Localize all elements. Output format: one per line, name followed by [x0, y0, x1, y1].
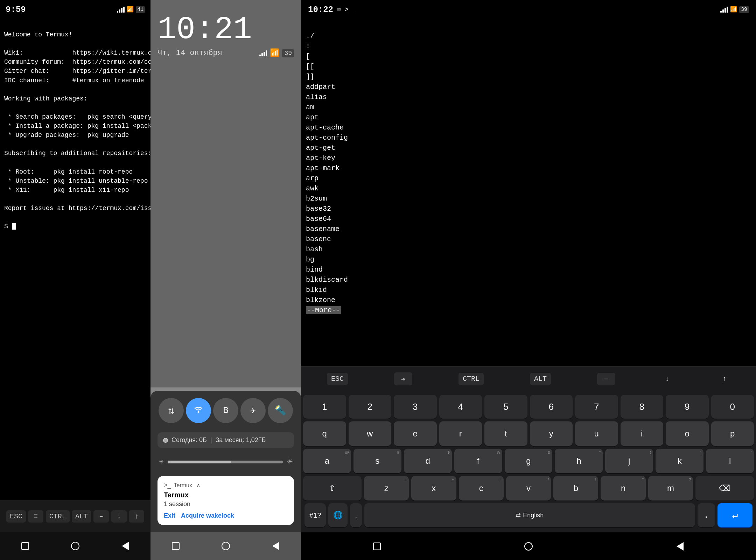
right-nav-square[interactable] — [368, 538, 386, 555]
toggle-wifi[interactable] — [186, 398, 211, 423]
key-language[interactable]: ⇄ English — [364, 503, 695, 527]
nav-back-btn[interactable] — [117, 537, 134, 555]
extra-up[interactable]: ↑ — [719, 373, 730, 384]
key-ctrl[interactable]: CTRL — [46, 510, 70, 523]
language-label: English — [523, 512, 544, 519]
toggle-airplane[interactable]: ✈ — [240, 398, 266, 423]
key-r[interactable]: r — [439, 421, 482, 446]
key-g[interactable]: g& — [505, 449, 553, 473]
toggle-bluetooth[interactable]: B — [213, 398, 238, 423]
key-s[interactable]: s# — [354, 449, 401, 473]
key-dash[interactable]: – — [93, 510, 109, 523]
extra-dash[interactable]: – — [597, 373, 615, 385]
svg-point-0 — [198, 411, 200, 413]
key-u[interactable]: u — [575, 421, 618, 446]
extra-esc[interactable]: ESC — [327, 373, 348, 385]
extra-ctrl[interactable]: CTRL — [458, 373, 484, 385]
right-nav-home[interactable] — [520, 538, 537, 555]
right-nav-back[interactable] — [671, 538, 689, 555]
notif-header: >_ Termux ∧ — [164, 482, 288, 489]
right-nav-bar — [301, 532, 756, 560]
key-tab[interactable]: ≡ — [28, 510, 43, 523]
key-6[interactable]: 6 — [530, 395, 573, 419]
key-j[interactable]: j( — [605, 449, 653, 473]
key-c[interactable]: c= — [459, 476, 504, 500]
key-2[interactable]: 2 — [349, 395, 392, 419]
extra-tab[interactable]: ⇥ — [394, 372, 412, 385]
key-q[interactable]: q — [303, 421, 346, 446]
key-z[interactable]: z- — [364, 476, 409, 500]
key-5[interactable]: 5 — [484, 395, 527, 419]
termux-extra-keys: ESC ⇥ CTRL ALT – ↓ ↑ — [301, 366, 756, 391]
key-8[interactable]: 8 — [621, 395, 664, 419]
wifi-icon: 📶 — [127, 6, 134, 13]
brightness-track[interactable] — [168, 461, 283, 463]
key-x[interactable]: x+ — [411, 476, 456, 500]
key-numbers[interactable]: #1? — [304, 503, 326, 527]
key-4[interactable]: 4 — [439, 395, 482, 419]
left-time: 9:59 — [6, 5, 26, 14]
right-terminal-content[interactable]: ./ : [ [[ ]] addpart alias am apt apt-ca… — [301, 18, 756, 366]
notif-title: Termux — [164, 491, 288, 499]
date-text: Чт, 14 октября — [158, 49, 222, 57]
notif-wakelock-btn[interactable]: Acquire wakelock — [181, 512, 234, 519]
key-w[interactable]: w — [349, 421, 392, 446]
middle-nav-back[interactable] — [267, 537, 285, 555]
key-f[interactable]: f% — [454, 449, 502, 473]
right-prompt-icon: >_ — [344, 6, 353, 14]
key-1[interactable]: 1 — [303, 395, 346, 419]
key-a[interactable]: a@ — [303, 449, 351, 473]
battery-icon: 41 — [136, 6, 145, 13]
key-y[interactable]: y — [530, 421, 573, 446]
brightness-slider[interactable]: ☀ ☀ — [158, 454, 294, 470]
key-0[interactable]: 0 — [711, 395, 754, 419]
keyboard-number-row: 1 2 3 4 5 6 7 8 9 0 — [303, 395, 754, 419]
bluetooth-icon: B — [223, 405, 229, 416]
key-k[interactable]: k) — [656, 449, 704, 473]
keyboard-zxcv-row: ⇧ z- x+ c= v/ b! n" m? ⌫ — [303, 476, 754, 500]
key-alt[interactable]: ALT — [72, 510, 91, 523]
left-status-bar: 9:59 📶 41 — [0, 0, 150, 18]
key-m[interactable]: m? — [648, 476, 693, 500]
key-v[interactable]: v/ — [506, 476, 551, 500]
key-d[interactable]: d$ — [404, 449, 452, 473]
extra-alt[interactable]: ALT — [530, 373, 551, 385]
key-i[interactable]: i — [621, 421, 664, 446]
key-shift[interactable]: ⇧ — [303, 476, 362, 500]
key-7[interactable]: 7 — [575, 395, 618, 419]
toggle-network[interactable]: ⇅ — [159, 398, 184, 423]
key-3[interactable]: 3 — [394, 395, 437, 419]
key-n[interactable]: n" — [601, 476, 645, 500]
notif-subtitle: 1 session — [164, 500, 288, 508]
keyboard-bottom-row: #1? 🌐 , ⇄ English . ↵ — [303, 503, 754, 528]
middle-nav-home[interactable] — [217, 537, 234, 555]
key-globe[interactable]: 🌐 — [328, 503, 348, 527]
toggle-flashlight[interactable]: 🔦 — [268, 398, 293, 423]
key-comma[interactable]: , — [350, 503, 362, 527]
left-terminal-content[interactable]: Welcome to Termux! Wiki: https://wiki.te… — [0, 18, 150, 500]
nav-home-btn[interactable] — [66, 537, 84, 555]
middle-clock: 10:21 — [158, 14, 294, 46]
key-esc[interactable]: ESC — [6, 510, 26, 523]
key-t[interactable]: t — [484, 421, 527, 446]
key-period[interactable]: . — [698, 503, 715, 527]
key-h[interactable]: h* — [555, 449, 603, 473]
key-9[interactable]: 9 — [666, 395, 709, 419]
key-b[interactable]: b! — [553, 476, 598, 500]
key-backspace[interactable]: ⌫ — [695, 476, 754, 500]
key-l[interactable]: l' — [706, 449, 754, 473]
notif-exit-btn[interactable]: Exit — [164, 512, 175, 519]
nav-square-btn[interactable] — [16, 537, 34, 555]
right-signal-icon — [720, 6, 728, 13]
key-p[interactable]: p — [711, 421, 754, 446]
notif-actions: Exit Acquire wakelock — [164, 512, 288, 519]
brightness-low-icon: ☀ — [159, 457, 163, 467]
key-enter[interactable]: ↵ — [718, 503, 752, 527]
key-down[interactable]: ↓ — [111, 510, 127, 523]
key-e[interactable]: e — [394, 421, 437, 446]
extra-down[interactable]: ↓ — [662, 373, 673, 384]
middle-nav-square[interactable] — [167, 537, 184, 555]
key-up[interactable]: ↑ — [129, 510, 144, 523]
key-o[interactable]: o — [666, 421, 709, 446]
keyboard: 1 2 3 4 5 6 7 8 9 0 q w e r t y u i o p … — [301, 391, 756, 532]
